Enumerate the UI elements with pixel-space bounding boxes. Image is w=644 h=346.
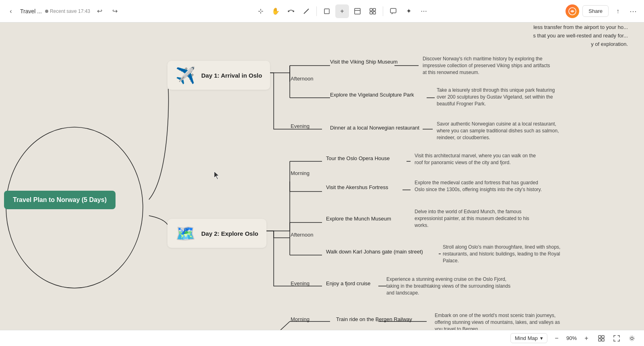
day2-opera-activity: Tour the Oslo Opera House — [326, 155, 390, 161]
svg-point-0 — [288, 10, 289, 12]
redo-button[interactable]: ↪ — [109, 5, 121, 17]
day2-fjord-desc: Experience a stunning evening cruise on … — [386, 276, 515, 296]
sparkle-tool-button[interactable]: ✦ — [402, 4, 415, 18]
comment-tool-button[interactable] — [386, 4, 400, 18]
line-tool-button[interactable] — [299, 4, 313, 18]
day2-akershus-activity: Visit the Akershus Fortress — [326, 184, 388, 190]
svg-rect-4 — [355, 8, 360, 14]
day1-evening-label: Evening — [291, 123, 310, 129]
day2-fjord-activity: Enjoy a fjord cruise — [326, 280, 371, 286]
day1-afternoon-label: Afternoon — [291, 76, 313, 82]
frame-tool-button[interactable] — [320, 4, 334, 18]
svg-rect-25 — [602, 336, 604, 338]
sticky-tool-button[interactable] — [351, 4, 364, 18]
zoom-out-button[interactable]: − — [551, 333, 562, 344]
day1-card[interactable]: ✈️ Day 1: Arrival in Oslo — [167, 61, 270, 90]
share-button[interactable]: Share — [582, 5, 609, 17]
svg-rect-9 — [373, 12, 376, 14]
fit-view-button[interactable] — [596, 333, 607, 344]
fullscreen-button[interactable] — [611, 333, 622, 344]
svg-point-1 — [293, 10, 294, 12]
more-tools-button[interactable]: ⋯ — [417, 4, 431, 18]
svg-rect-6 — [370, 8, 372, 11]
day2-card[interactable]: 🗺️ Day 2: Explore Oslo — [167, 219, 266, 248]
day2-evening-label: Evening — [291, 280, 310, 286]
svg-point-28 — [631, 337, 633, 340]
overflow-menu-button[interactable]: ⋯ — [627, 5, 639, 17]
svg-line-2 — [304, 9, 309, 14]
connector-tool-button[interactable] — [284, 4, 298, 18]
day1-viking-activity: Visit the Viking Ship Museum — [330, 59, 398, 65]
template-tool-button[interactable] — [366, 4, 380, 18]
svg-rect-10 — [390, 8, 396, 13]
zoom-controls: − 90% + — [551, 333, 592, 344]
svg-point-29 — [630, 336, 634, 341]
cursor — [213, 171, 221, 182]
day1-dinner-desc: Savor authentic Norwegian cuisine at a l… — [437, 121, 566, 141]
day1-emoji: ✈️ — [175, 67, 196, 83]
day2-morning-label: Morning — [291, 170, 310, 176]
view-toggle-button[interactable] — [626, 333, 638, 344]
day2-munch-desc: Delve into the world of Edvard Munch, th… — [415, 208, 543, 229]
central-node[interactable]: Travel Plan to Norway (5 Days) — [4, 191, 116, 209]
top-partial-text: less transfer from the airport to your h… — [533, 23, 628, 48]
toolbar: ‹ Travel ... Recent save 17:43 ↩ ↪ ⊹ ✋ + — [0, 0, 644, 23]
svg-rect-27 — [602, 339, 604, 341]
day3-morning-label: Morning — [291, 316, 310, 322]
bottom-bar: Mind Map ▾ − 90% + — [0, 330, 644, 346]
save-status: Recent save 17:43 — [45, 8, 90, 14]
view-dropdown[interactable]: Mind Map ▾ — [510, 333, 547, 343]
day1-viking-desc: Discover Norway's rich maritime history … — [423, 56, 551, 76]
svg-rect-8 — [370, 12, 372, 14]
app-logo — [566, 4, 579, 18]
day1-label: Day 1: Arrival in Oslo — [201, 72, 262, 79]
zoom-in-button[interactable]: + — [581, 333, 592, 344]
day1-dinner-activity: Dinner at a local Norwegian restaurant — [330, 125, 419, 131]
day2-karljohans-desc: Stroll along Oslo's main thoroughfare, l… — [443, 244, 572, 264]
day1-vigeland-desc: Take a leisurely stroll through this uni… — [437, 87, 566, 107]
back-button[interactable]: ‹ — [5, 5, 17, 17]
svg-rect-3 — [324, 9, 329, 14]
day2-opera-desc: Visit this architectural marvel, where y… — [415, 152, 543, 166]
toolbar-right: Share ↑ ⋯ — [559, 4, 639, 18]
svg-rect-24 — [599, 336, 601, 338]
svg-rect-26 — [599, 339, 601, 341]
undo-button[interactable]: ↩ — [93, 5, 105, 17]
toolbar-divider-1 — [316, 6, 317, 16]
select-tool-button[interactable]: ⊹ — [254, 4, 267, 18]
day2-afternoon-label: Afternoon — [291, 232, 313, 238]
mindmap-canvas[interactable]: less transfer from the airport to your h… — [0, 23, 644, 330]
export-button[interactable]: ↑ — [612, 5, 624, 17]
toolbar-divider-2 — [383, 6, 383, 16]
zoom-level-display: 90% — [564, 335, 579, 341]
day2-akershus-desc: Explore the medieval castle and fortress… — [415, 179, 543, 193]
svg-rect-7 — [373, 8, 376, 11]
day2-karljohans-activity: Walk down Karl Johans gate (main street) — [326, 249, 423, 255]
add-tool-button[interactable]: + — [335, 4, 349, 18]
day2-label: Day 2: Explore Oslo — [201, 230, 258, 237]
toolbar-center: ⊹ ✋ + ✦ ⋯ — [129, 4, 555, 18]
day3-bergen-desc: Embark on one of the world's most scenic… — [435, 312, 564, 330]
day2-emoji: 🗺️ — [175, 225, 196, 241]
day1-vigeland-activity: Explore the Vigeland Sculpture Park — [330, 92, 414, 98]
doc-title: Travel ... — [20, 8, 42, 14]
toolbar-left: ‹ Travel ... Recent save 17:43 ↩ ↪ — [5, 5, 126, 17]
save-dot-icon — [45, 10, 48, 13]
day2-munch-activity: Explore the Munch Museum — [326, 216, 391, 222]
day3-bergen-activity: Train ride on the Bergen Railway — [336, 316, 412, 322]
pan-tool-button[interactable]: ✋ — [269, 4, 283, 18]
